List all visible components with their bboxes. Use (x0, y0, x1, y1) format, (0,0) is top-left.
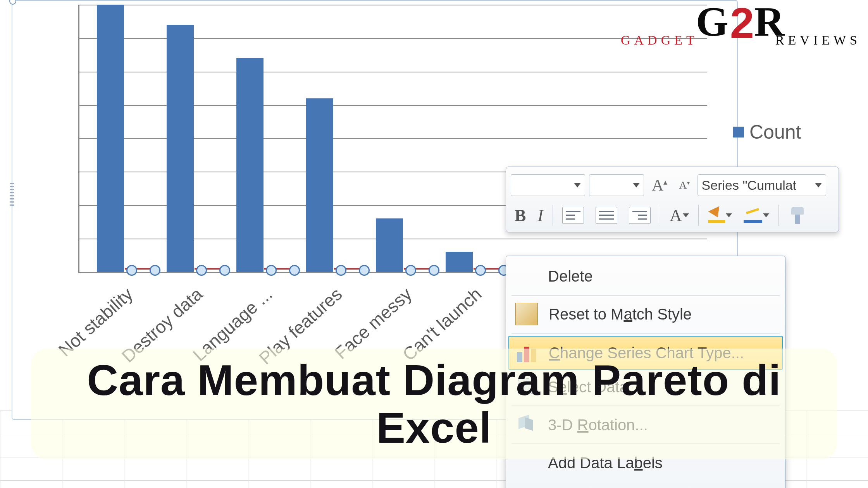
watermark-logo: G2R GADGET REVIEWS (621, 2, 861, 44)
legend-label: Count (749, 121, 801, 143)
font-family-select[interactable] (511, 174, 585, 196)
article-headline: Cara Membuat Diagram Pareto di Excel (31, 349, 837, 459)
align-left-button[interactable] (558, 204, 588, 227)
series-marker[interactable] (336, 265, 346, 276)
align-right-button[interactable] (625, 204, 654, 227)
separator (778, 205, 779, 226)
series-marker[interactable] (405, 265, 416, 276)
bar[interactable] (446, 252, 473, 272)
align-center-button[interactable] (592, 204, 621, 227)
shrink-font-button[interactable]: A▾ (675, 174, 693, 196)
menu-divider (512, 333, 780, 333)
bar[interactable] (167, 25, 194, 272)
reset-icon (515, 303, 538, 325)
legend-swatch (733, 127, 744, 137)
menu-reset[interactable]: Reset to Match Style (508, 298, 783, 330)
series-marker[interactable] (359, 265, 370, 276)
separator (553, 205, 553, 226)
format-painter-button[interactable] (784, 204, 811, 227)
bold-button[interactable]: B (511, 204, 530, 227)
resize-handle[interactable] (10, 183, 14, 206)
bar[interactable] (376, 218, 403, 272)
series-marker[interactable] (126, 265, 137, 276)
separator (660, 205, 660, 226)
plot-area[interactable] (78, 5, 707, 273)
series-marker[interactable] (266, 265, 277, 276)
logo-right-word: REVIEWS (775, 33, 861, 48)
blank-icon (515, 485, 537, 488)
outline-color-button[interactable] (740, 204, 773, 227)
bar[interactable] (306, 98, 333, 272)
chart-element-value: Series "Cumulat (702, 178, 797, 193)
legend[interactable]: Count (733, 121, 801, 143)
series-marker[interactable] (219, 265, 230, 276)
font-color-button[interactable]: A (666, 204, 693, 227)
menu-delete[interactable]: Delete (508, 260, 783, 292)
series-marker[interactable] (150, 265, 160, 276)
mini-toolbar: A▴ A▾ Series "Cumulat B I A (506, 167, 839, 232)
menu-label: Delete (548, 268, 593, 285)
blank-icon (515, 265, 537, 287)
chart-element-select[interactable]: Series "Cumulat (698, 174, 826, 196)
bar[interactable] (236, 58, 264, 272)
menu-add-trendline[interactable]: Add Trendline... (508, 480, 783, 488)
series-marker[interactable] (475, 265, 486, 276)
separator (698, 205, 699, 226)
series-marker[interactable] (289, 265, 300, 276)
bar[interactable] (97, 5, 124, 272)
font-size-select[interactable] (589, 174, 644, 196)
fill-color-button[interactable] (704, 204, 736, 227)
logo-g: G (696, 0, 730, 45)
series-marker[interactable] (196, 265, 207, 276)
series-marker[interactable] (429, 265, 439, 276)
italic-button[interactable]: I (534, 204, 547, 227)
logo-2: 2 (730, 4, 754, 43)
menu-divider (512, 295, 780, 296)
logo-left-word: GADGET (621, 33, 698, 48)
grow-font-button[interactable]: A▴ (648, 174, 671, 196)
menu-label: Reset to Match Style (549, 306, 773, 323)
resize-handle[interactable] (9, 0, 16, 5)
gridline (79, 5, 707, 5)
